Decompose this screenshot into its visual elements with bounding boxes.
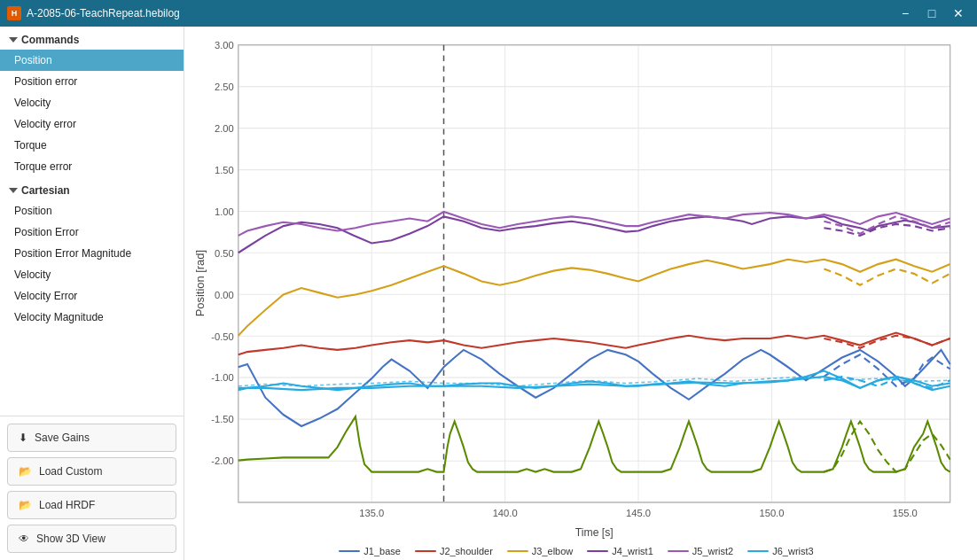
- load-custom-label: Load Custom: [39, 465, 102, 478]
- title-bar-left: H A-2085-06-TeachRepeat.hebilog: [7, 6, 180, 20]
- svg-text:-2.00: -2.00: [211, 455, 233, 466]
- legend-j1-label: J1_base: [363, 546, 401, 556]
- main-container: Commands Position Position error Velocit…: [0, 27, 977, 560]
- sidebar-item-torque-error-cmd[interactable]: Torque error: [0, 156, 184, 177]
- svg-text:Time [s]: Time [s]: [575, 525, 614, 538]
- app-icon: H: [7, 6, 21, 20]
- legend-j5-line: [668, 550, 689, 552]
- sidebar-item-position-cmd[interactable]: Position: [0, 50, 184, 71]
- sidebar-item-velocity-error-cart[interactable]: Velocity Error: [0, 285, 184, 307]
- legend-j4-line: [587, 550, 608, 552]
- legend-j5-wrist2: J5_wrist2: [668, 546, 733, 556]
- svg-text:3.00: 3.00: [215, 40, 234, 51]
- chart-area: 3.00 2.50 2.00 1.50 1.00 0.50 0.00 -0.50…: [184, 27, 977, 560]
- legend-j2-shoulder: J2_shoulder: [415, 546, 493, 556]
- sidebar-item-position-error-mag-cart[interactable]: Position Error Magnitude: [0, 243, 184, 264]
- sidebar-item-position-error-cmd[interactable]: Position error: [0, 71, 184, 92]
- title-bar: H A-2085-06-TeachRepeat.hebilog − □ ✕: [0, 0, 977, 27]
- legend-j6-wrist3: J6_wrist3: [747, 546, 813, 556]
- load-custom-button[interactable]: 📂 Load Custom: [7, 457, 176, 486]
- legend-j2-line: [415, 550, 436, 552]
- legend-j2-label: J2_shoulder: [440, 546, 493, 556]
- chart-legend: J1_base J2_shoulder J3_elbow J4_wrist1 J…: [184, 541, 968, 560]
- maximize-button[interactable]: □: [920, 4, 943, 22]
- window-controls: − □ ✕: [894, 4, 970, 22]
- svg-text:145.0: 145.0: [626, 508, 651, 518]
- svg-text:155.0: 155.0: [893, 508, 918, 518]
- folder-open-icon: 📂: [19, 465, 32, 478]
- minimize-button[interactable]: −: [894, 4, 917, 22]
- legend-j6-line: [747, 550, 769, 552]
- main-chart[interactable]: 3.00 2.50 2.00 1.50 1.00 0.50 0.00 -0.50…: [193, 35, 968, 541]
- legend-j5-label: J5_wrist2: [692, 546, 733, 556]
- svg-text:0.00: 0.00: [215, 289, 234, 299]
- svg-text:1.00: 1.00: [215, 206, 234, 216]
- svg-text:-0.50: -0.50: [211, 331, 233, 341]
- svg-text:1.50: 1.50: [215, 165, 234, 175]
- window-title: A-2085-06-TeachRepeat.hebilog: [27, 7, 180, 19]
- legend-j1-line: [339, 550, 360, 552]
- legend-j6-label: J6_wrist3: [772, 546, 813, 556]
- sidebar-item-velocity-cart[interactable]: Velocity: [0, 264, 184, 285]
- commands-collapse-icon: [9, 37, 18, 43]
- sidebar-buttons: ⬇ Save Gains 📂 Load Custom 📂 Load HRDF 👁…: [0, 416, 184, 560]
- svg-text:2.00: 2.00: [215, 123, 234, 134]
- cartesian-label: Cartesian: [21, 184, 70, 197]
- chart-container: 3.00 2.50 2.00 1.50 1.00 0.50 0.00 -0.50…: [193, 35, 968, 541]
- save-gains-label: Save Gains: [35, 432, 90, 444]
- folder-icon: 📂: [19, 499, 32, 511]
- svg-text:150.0: 150.0: [759, 508, 784, 518]
- commands-section-header[interactable]: Commands: [0, 27, 184, 50]
- legend-j4-wrist1: J4_wrist1: [587, 546, 653, 556]
- sidebar-item-torque-cmd[interactable]: Torque: [0, 135, 184, 156]
- sidebar-item-velocity-cmd[interactable]: Velocity: [0, 92, 184, 113]
- legend-j4-label: J4_wrist1: [612, 546, 653, 556]
- load-hrdf-label: Load HRDF: [39, 499, 95, 511]
- save-gains-button[interactable]: ⬇ Save Gains: [7, 424, 176, 452]
- load-hrdf-button[interactable]: 📂 Load HRDF: [7, 491, 176, 519]
- sidebar-item-velocity-error-cmd[interactable]: Velocity error: [0, 113, 184, 135]
- svg-text:2.50: 2.50: [215, 82, 234, 92]
- show-3d-view-button[interactable]: 👁 Show 3D View: [7, 525, 176, 553]
- save-icon: ⬇: [19, 432, 27, 444]
- sidebar: Commands Position Position error Velocit…: [0, 27, 184, 560]
- cartesian-collapse-icon: [9, 188, 18, 193]
- svg-text:135.0: 135.0: [359, 508, 384, 518]
- eye-icon: 👁: [19, 533, 29, 545]
- sidebar-item-velocity-mag-cart[interactable]: Velocity Magnitude: [0, 307, 184, 328]
- legend-j3-line: [507, 550, 528, 552]
- svg-text:-1.50: -1.50: [211, 414, 233, 424]
- svg-text:140.0: 140.0: [493, 508, 518, 518]
- close-button[interactable]: ✕: [947, 4, 970, 22]
- commands-label: Commands: [21, 34, 79, 46]
- svg-text:Position [rad]: Position [rad]: [195, 250, 207, 316]
- legend-j1-base: J1_base: [339, 546, 401, 556]
- sidebar-item-position-error-cart[interactable]: Position Error: [0, 222, 184, 243]
- cartesian-section-header[interactable]: Cartesian: [0, 177, 184, 200]
- legend-j3-label: J3_elbow: [532, 546, 573, 556]
- sidebar-item-position-cart[interactable]: Position: [0, 200, 184, 222]
- svg-text:0.50: 0.50: [215, 247, 234, 258]
- svg-text:-1.00: -1.00: [211, 372, 233, 383]
- show-3d-label: Show 3D View: [36, 533, 106, 545]
- legend-j3-elbow: J3_elbow: [507, 546, 573, 556]
